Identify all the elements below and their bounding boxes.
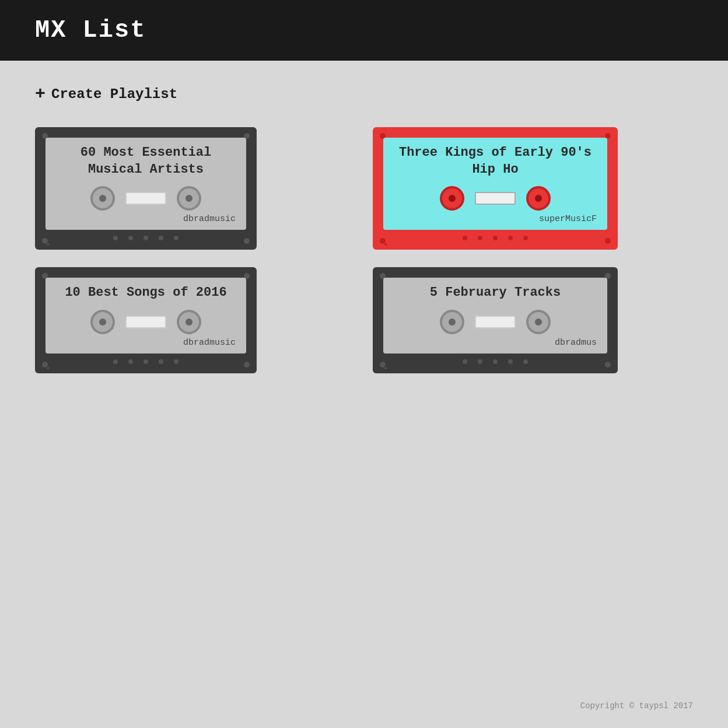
bottom-dots-2 bbox=[383, 236, 607, 240]
bottom-dot-3d bbox=[159, 359, 163, 364]
cassette-author-4: dbradmus bbox=[391, 338, 599, 348]
app-header: MX List bbox=[0, 0, 728, 61]
tape-window-2 bbox=[475, 192, 516, 205]
playlist-card-2[interactable]: Three Kings of Early 90's Hip Ho superMu… bbox=[373, 127, 618, 250]
bottom-dots-4 bbox=[383, 359, 607, 364]
bottom-dot-2d bbox=[508, 236, 513, 240]
bottom-dot-3a bbox=[113, 359, 118, 364]
bottom-dot-2a bbox=[463, 236, 467, 240]
reel-right-1 bbox=[177, 186, 201, 211]
card-2-wrapper: Three Kings of Early 90's Hip Ho superMu… bbox=[373, 127, 693, 250]
cassette-author-1: dbradmusic bbox=[54, 214, 238, 224]
bottom-dot-3b bbox=[128, 359, 133, 364]
card-4-wrapper: 5 February Tracks dbradmus bbox=[373, 267, 693, 373]
bottom-dot-4a bbox=[463, 359, 467, 364]
bottom-dot-2c bbox=[493, 236, 498, 240]
cassette-author-3: dbradmusic bbox=[54, 338, 238, 348]
app-title: MX List bbox=[35, 16, 693, 44]
bottom-dot-1c bbox=[144, 236, 148, 240]
tape-mechanism-1 bbox=[54, 186, 238, 211]
create-playlist-button[interactable]: + Create Playlist bbox=[35, 84, 177, 104]
bottom-dot-4c bbox=[493, 359, 498, 364]
bottom-dots-3 bbox=[46, 359, 246, 364]
reel-left-1 bbox=[90, 186, 115, 211]
bottom-dot-4b bbox=[478, 359, 482, 364]
bottom-dot-1e bbox=[174, 236, 178, 240]
create-playlist-label: Create Playlist bbox=[51, 86, 177, 102]
bottom-dot-3e bbox=[174, 359, 178, 364]
cassette-title-3: 10 Best Songs of 2016 bbox=[54, 285, 238, 302]
bottom-dot-4d bbox=[508, 359, 513, 364]
app-footer: Copyright © taypsl 2017 bbox=[580, 701, 693, 710]
bottom-dot-2b bbox=[478, 236, 482, 240]
bottom-dot-1d bbox=[159, 236, 163, 240]
main-content: + Create Playlist 60 Most Essential Musi… bbox=[0, 61, 728, 397]
bottom-dot-4e bbox=[523, 359, 528, 364]
cassette-author-2: superMusicF bbox=[391, 214, 599, 224]
cassette-label-1: 60 Most Essential Musical Artists dbradm… bbox=[46, 138, 246, 230]
cassette-title-1: 60 Most Essential Musical Artists bbox=[54, 145, 238, 178]
tape-mechanism-4 bbox=[391, 310, 599, 334]
cassette-label-2: Three Kings of Early 90's Hip Ho superMu… bbox=[383, 138, 607, 230]
reel-left-4 bbox=[440, 310, 464, 334]
tape-mechanism-2 bbox=[391, 186, 599, 211]
tape-mechanism-3 bbox=[54, 310, 238, 334]
tape-window-1 bbox=[125, 192, 166, 205]
copyright-text: Copyright © taypsl 2017 bbox=[580, 701, 693, 710]
bottom-dot-2e bbox=[523, 236, 528, 240]
tape-window-3 bbox=[125, 316, 166, 328]
reel-left-2 bbox=[440, 186, 464, 211]
bottom-dot-1b bbox=[128, 236, 133, 240]
playlist-card-3[interactable]: 10 Best Songs of 2016 dbradmusic bbox=[35, 267, 257, 373]
reel-left-3 bbox=[90, 310, 115, 334]
plus-icon: + bbox=[35, 84, 46, 104]
cassette-title-2: Three Kings of Early 90's Hip Ho bbox=[391, 145, 599, 178]
bottom-dots-1 bbox=[46, 236, 246, 240]
cassette-title-4: 5 February Tracks bbox=[391, 285, 599, 302]
reel-right-4 bbox=[526, 310, 551, 334]
reel-right-2 bbox=[526, 186, 551, 211]
bottom-dot-3c bbox=[144, 359, 148, 364]
playlist-grid: 60 Most Essential Musical Artists dbradm… bbox=[35, 127, 693, 373]
playlist-card-1[interactable]: 60 Most Essential Musical Artists dbradm… bbox=[35, 127, 257, 250]
playlist-card-4[interactable]: 5 February Tracks dbradmus bbox=[373, 267, 618, 373]
bottom-dot-1a bbox=[113, 236, 118, 240]
cassette-label-4: 5 February Tracks dbradmus bbox=[383, 278, 607, 354]
cassette-label-3: 10 Best Songs of 2016 dbradmusic bbox=[46, 278, 246, 354]
reel-right-3 bbox=[177, 310, 201, 334]
tape-window-4 bbox=[475, 316, 516, 328]
